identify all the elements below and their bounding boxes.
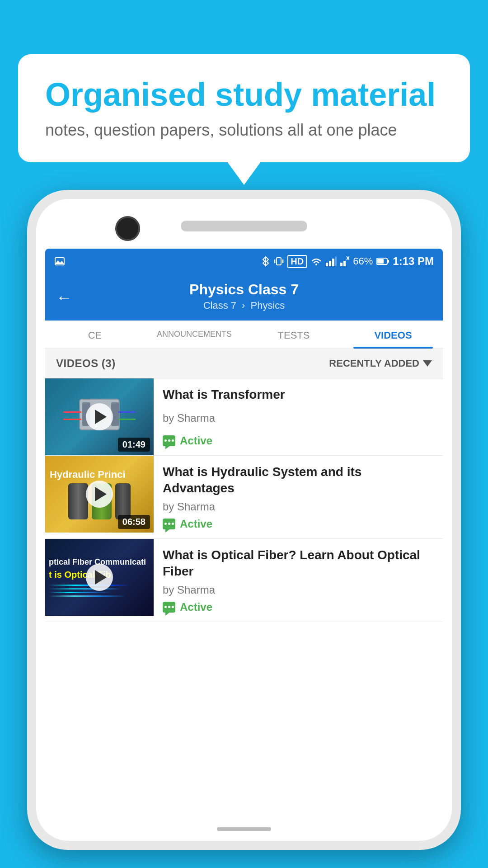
svg-rect-2 xyxy=(277,258,281,265)
video-thumb-2: Hydraulic Princi 06:58 xyxy=(45,456,154,533)
tab-tests[interactable]: TESTS xyxy=(244,321,343,349)
video-list: 01:49 What is Transformer by Sharma xyxy=(45,378,443,622)
vibrate-icon xyxy=(274,256,284,267)
video-info-3: What is Optical Fiber? Learn About Optic… xyxy=(154,539,443,622)
video-info-2: What is Hydraulic System and its Advanta… xyxy=(154,456,443,538)
home-button xyxy=(217,827,271,831)
video-author-1: by Sharma xyxy=(163,412,434,425)
fiber-line-3 xyxy=(49,592,112,593)
chat-dots-2 xyxy=(164,523,174,525)
tabs-bar: CE ANNOUNCEMENTS TESTS VIDEOS xyxy=(45,321,443,349)
video-item-3[interactable]: ptical Fiber Communicati t is Optical Fi… xyxy=(45,539,443,622)
svg-rect-5 xyxy=(326,263,328,266)
bubble-subtitle: notes, question papers, solutions all at… xyxy=(45,121,443,140)
play-button-2[interactable] xyxy=(86,481,113,508)
header-subtitle: Class 7 › Physics xyxy=(56,300,432,311)
video-author-2: by Sharma xyxy=(163,500,434,513)
sort-button[interactable]: RECENTLY ADDED xyxy=(329,358,432,369)
svg-marker-1 xyxy=(55,260,64,264)
video-info-1: What is Transformer by Sharma Active xyxy=(154,378,443,455)
wire-right-top xyxy=(118,411,136,413)
fiber-line-4 xyxy=(49,595,126,597)
status-time: 1:13 PM xyxy=(393,255,434,268)
dot xyxy=(164,606,167,608)
video-status-3: Active xyxy=(163,601,434,613)
duration-badge-2: 06:58 xyxy=(118,515,150,529)
thumb-label-hydraulic: Hydraulic Princi xyxy=(50,469,126,481)
play-triangle-2 xyxy=(95,487,107,501)
status-left xyxy=(54,256,65,267)
tab-ce[interactable]: CE xyxy=(45,321,145,349)
phone-shell: HD 66% 1:13 PM ← Physics Class 7 xyxy=(27,190,461,850)
wire-right-bot xyxy=(118,419,136,420)
video-title-2: What is Hydraulic System and its Advanta… xyxy=(163,464,434,497)
play-triangle-3 xyxy=(95,570,107,585)
duration-badge-1: 01:49 xyxy=(118,438,150,452)
gallery-icon xyxy=(54,256,65,267)
tab-announcements[interactable]: ANNOUNCEMENTS xyxy=(145,321,244,349)
svg-rect-8 xyxy=(335,256,337,266)
tube-1 xyxy=(68,483,88,519)
chat-icon-2 xyxy=(163,519,175,529)
video-item-2[interactable]: Hydraulic Princi 06:58 xyxy=(45,456,443,539)
bubble-title: Organised study material xyxy=(45,77,443,113)
battery-icon xyxy=(376,257,389,265)
svg-rect-6 xyxy=(329,261,331,266)
speech-bubble: Organised study material notes, question… xyxy=(18,54,470,162)
screen: HD 66% 1:13 PM ← Physics Class 7 xyxy=(45,249,443,816)
status-text-2: Active xyxy=(180,518,212,530)
chat-icon-3 xyxy=(163,602,175,613)
camera xyxy=(115,216,140,241)
dot xyxy=(168,523,170,525)
dot xyxy=(168,606,170,608)
status-bar: HD 66% 1:13 PM xyxy=(45,249,443,274)
dot xyxy=(168,439,170,442)
videos-filter-bar: VIDEOS (3) RECENTLY ADDED xyxy=(45,349,443,378)
hd-badge: HD xyxy=(287,255,307,268)
signal-icon xyxy=(326,256,337,266)
play-button-3[interactable] xyxy=(86,564,113,591)
svg-rect-7 xyxy=(332,259,334,266)
status-text-1: Active xyxy=(180,434,212,447)
dot xyxy=(164,439,167,442)
breadcrumb-class: Class 7 xyxy=(203,300,236,311)
wifi-icon xyxy=(310,256,322,266)
svg-rect-10 xyxy=(343,261,346,266)
video-thumb-3: ptical Fiber Communicati t is Optical Fi… xyxy=(45,539,154,616)
video-status-2: Active xyxy=(163,518,434,530)
wire-left-bot xyxy=(63,419,81,420)
video-title-1: What is Transformer xyxy=(163,387,434,403)
breadcrumb-separator: › xyxy=(242,300,245,311)
speaker-grill xyxy=(181,221,307,231)
play-triangle-1 xyxy=(95,410,107,424)
svg-rect-15 xyxy=(388,260,389,263)
battery-percent: 66% xyxy=(353,255,373,267)
play-button-1[interactable] xyxy=(86,403,113,430)
tube-3 xyxy=(115,483,131,519)
video-thumb-1: 01:49 xyxy=(45,378,154,455)
no-signal-icon xyxy=(340,256,349,266)
chat-icon-1 xyxy=(163,435,175,446)
dot xyxy=(172,439,174,442)
dot xyxy=(172,523,174,525)
fiber-line-2 xyxy=(49,588,121,590)
video-author-3: by Sharma xyxy=(163,584,434,596)
chat-dots-1 xyxy=(164,439,174,442)
phone-inner: HD 66% 1:13 PM ← Physics Class 7 xyxy=(36,199,452,841)
status-right: HD 66% 1:13 PM xyxy=(261,255,434,268)
video-item-1[interactable]: 01:49 What is Transformer by Sharma xyxy=(45,378,443,456)
svg-marker-16 xyxy=(423,360,432,367)
header-title: Physics Class 7 xyxy=(56,281,432,298)
videos-count: VIDEOS (3) xyxy=(56,357,116,370)
app-header: ← Physics Class 7 Class 7 › Physics xyxy=(45,274,443,321)
video-title-3: What is Optical Fiber? Learn About Optic… xyxy=(163,547,434,580)
svg-rect-9 xyxy=(340,263,343,266)
dot xyxy=(164,523,167,525)
bluetooth-icon xyxy=(261,256,270,267)
svg-rect-14 xyxy=(377,259,384,264)
tab-videos[interactable]: VIDEOS xyxy=(343,321,443,349)
dot xyxy=(172,606,174,608)
wire-left-top xyxy=(63,411,81,413)
breadcrumb-subject: Physics xyxy=(251,300,285,311)
status-text-3: Active xyxy=(180,601,212,613)
